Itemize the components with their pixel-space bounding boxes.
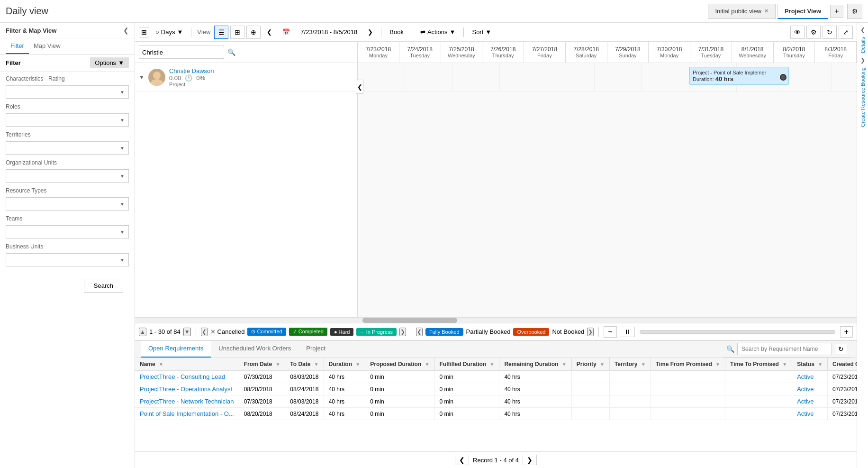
list-view-button[interactable]: ☰ <box>214 26 228 39</box>
date-col-header: 8/1/2018Wednesday <box>732 42 774 63</box>
col-header-remaining-duration[interactable]: Remaining Duration ▼ <box>499 358 571 371</box>
grid-cell <box>452 63 500 92</box>
col-header-fulfilled-duration[interactable]: Fulfilled Duration ▼ <box>434 358 499 371</box>
right-collapse-button[interactable]: ❮ <box>860 27 865 33</box>
cancelled-icon: ✕ <box>210 328 216 335</box>
status-link[interactable]: Active <box>797 385 814 393</box>
filter-select-org-units[interactable]: ▼ <box>6 169 129 183</box>
requirement-link[interactable]: ProjectThree - Network Technician <box>140 398 234 405</box>
col-header-name[interactable]: Name ▼ <box>135 358 239 371</box>
tab-project-view[interactable]: Project View <box>778 4 828 19</box>
horizontal-scrollbar[interactable] <box>135 317 857 323</box>
resource-type: Project <box>169 82 353 87</box>
requirements-table: Name ▼ From Date ▼ To Date ▼ Duration ▼ … <box>135 358 857 451</box>
col-header-proposed-duration[interactable]: Proposed Duration ▼ <box>365 358 434 371</box>
requirement-link[interactable]: ProjectThree - Operations Analyst <box>140 385 232 393</box>
requirement-link[interactable]: ProjectThree - Consulting Lead <box>140 373 225 380</box>
options-button[interactable]: Options ▼ <box>90 57 129 68</box>
filter-roles: Roles ▼ <box>6 103 129 127</box>
date-range-button[interactable]: 7/23/2018 - 8/5/2018 <box>296 25 362 39</box>
requirement-link[interactable]: Point of Sale Implementation - O... <box>140 410 234 417</box>
settings-icon-button[interactable]: ⚙ <box>806 26 821 39</box>
sidebar-header: Filter & Map View ❮ <box>0 23 135 38</box>
grid-view-button[interactable]: ⊞ <box>230 26 244 39</box>
legend-next-button[interactable]: ❯ <box>399 328 406 336</box>
zoom-slider[interactable] <box>640 330 835 334</box>
cell-duration: 40 hrs <box>324 408 365 420</box>
tab-open-requirements[interactable]: Open Requirements <box>141 341 211 358</box>
tab-unscheduled-work-orders[interactable]: Unscheduled Work Orders <box>211 341 298 358</box>
pause-icon[interactable]: ⏸ <box>620 327 635 337</box>
sidebar-collapse-button[interactable]: ❮ <box>123 27 129 34</box>
eye-icon-button[interactable]: 👁 <box>790 26 805 39</box>
col-header-status[interactable]: Status ▼ <box>792 358 828 371</box>
status-next-button[interactable]: ▼ <box>183 328 191 336</box>
col-header-time-to-promised[interactable]: Time To Promised ▼ <box>725 358 792 371</box>
filter-select-business-units[interactable]: ▼ <box>6 253 129 266</box>
create-resource-label[interactable]: Create Resource Booking <box>860 67 866 127</box>
inprogress-badge: ··· In Progress <box>356 328 396 336</box>
status-link[interactable]: Active <box>797 410 814 417</box>
booking-legend-next-button[interactable]: ❯ <box>587 328 594 336</box>
resource-search-input[interactable] <box>139 48 225 57</box>
calendar-collapse-left[interactable]: ❮ <box>356 80 363 94</box>
resource-name[interactable]: Christie Dawson <box>169 67 353 74</box>
filter-select-teams[interactable]: ▼ <box>6 225 129 239</box>
col-header-from-date[interactable]: From Date ▼ <box>239 358 285 371</box>
calendar-icon-button[interactable]: 📅 <box>278 25 294 39</box>
scrollbar-thumb[interactable] <box>362 318 457 323</box>
right-expand-button[interactable]: ❯ <box>860 57 865 64</box>
filter-select-characteristics[interactable]: ▼ <box>6 85 129 99</box>
minus-button[interactable]: − <box>604 326 616 338</box>
sidebar-tab-filter[interactable]: Filter <box>6 38 29 54</box>
expand-icon-button[interactable]: ⤢ <box>839 26 853 39</box>
sidebar-tab-mapview[interactable]: Map View <box>29 38 65 54</box>
filter-select-territories[interactable]: ▼ <box>6 141 129 155</box>
col-header-priority[interactable]: Priority ▼ <box>571 358 609 371</box>
cell-time-from-promised <box>651 408 725 420</box>
settings-icon-button[interactable]: ⚙ <box>847 4 862 19</box>
book-button[interactable]: Book <box>385 25 408 39</box>
pagination-next-button[interactable]: ❯ <box>523 455 537 465</box>
details-label[interactable]: Details <box>860 37 866 53</box>
resource-expand-icon[interactable]: ▼ <box>139 74 145 81</box>
refresh-icon[interactable]: ↻ <box>835 344 847 354</box>
filter-select-resource-types[interactable]: ▼ <box>6 197 129 211</box>
add-tab-button[interactable]: + <box>830 5 843 18</box>
col-header-duration[interactable]: Duration ▼ <box>324 358 365 371</box>
filter-label-org-units: Organizational Units <box>6 159 129 166</box>
col-header-created-on[interactable]: Created On ↑ ▼ <box>828 358 857 371</box>
col-header-to-date[interactable]: To Date ▼ <box>285 358 324 371</box>
search-icon[interactable]: 🔍 <box>225 48 238 56</box>
pagination-prev-button[interactable]: ❮ <box>455 455 469 465</box>
globe-view-button[interactable]: ⊕ <box>246 26 261 39</box>
booking-bar[interactable]: Project - Point of Sale Implemer Duratio… <box>689 67 789 85</box>
plus-button[interactable]: + <box>840 326 853 338</box>
sort-button[interactable]: Sort ▼ <box>468 25 496 39</box>
separator3 <box>598 327 599 337</box>
grid-row: Project - Point of Sale Implemer Duratio… <box>358 63 857 92</box>
tab-project[interactable]: Project <box>298 341 333 358</box>
legend-prev-button[interactable]: ❮ <box>201 328 208 336</box>
col-header-territory[interactable]: Territory ▼ <box>609 358 651 371</box>
booking-legend-prev-button[interactable]: ❮ <box>416 328 423 336</box>
col-header-time-from-promised[interactable]: Time From Promised ▼ <box>651 358 725 371</box>
status-link[interactable]: Active <box>797 373 814 380</box>
tab-initial-public-view[interactable]: Initial public view ✕ <box>708 4 776 19</box>
refresh-icon-button[interactable]: ↻ <box>823 26 837 39</box>
actions-button[interactable]: ⇌ Actions ▼ <box>416 25 460 39</box>
next-date-button[interactable]: ❯ <box>363 25 377 39</box>
filter-business-units: Business Units ▼ <box>6 243 129 266</box>
cell-time-from-promised <box>651 383 725 395</box>
search-button[interactable]: Search <box>84 279 123 293</box>
status-prev-button[interactable]: ▲ <box>139 328 146 336</box>
requirement-search-input[interactable] <box>737 343 832 355</box>
prev-date-button[interactable]: ❮ <box>262 25 276 39</box>
days-button[interactable]: ○ Days ▼ <box>151 25 187 39</box>
bottom-panel: Open Requirements Unscheduled Work Order… <box>135 340 857 468</box>
resource-row: ▼ Christie Dawson 0.00 🕐 0% Project <box>135 63 357 92</box>
avatar <box>148 69 165 86</box>
filter-select-roles[interactable]: ▼ <box>6 113 129 127</box>
tab-close-icon[interactable]: ✕ <box>764 8 769 14</box>
status-link[interactable]: Active <box>797 398 814 405</box>
